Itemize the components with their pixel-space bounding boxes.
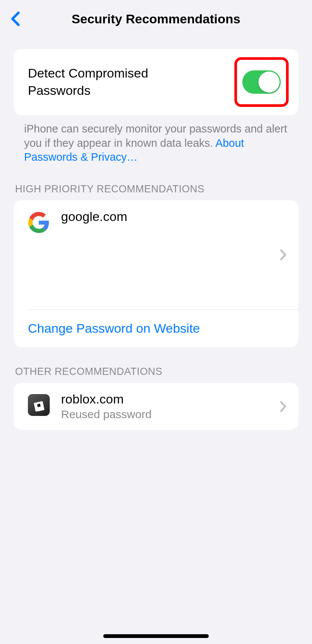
detect-compromised-row[interactable]: Detect Compromised Passwords (14, 49, 298, 115)
recommendation-roblox[interactable]: roblox.com Reused password (14, 383, 298, 430)
high-priority-header: HIGH PRIORITY RECOMMENDATIONS (14, 164, 298, 200)
other-card: roblox.com Reused password (14, 383, 298, 430)
google-icon (28, 212, 50, 233)
other-header: OTHER RECOMMENDATIONS (14, 347, 298, 383)
site-name: roblox.com (61, 392, 290, 406)
recommendation-google[interactable]: google.com (14, 200, 298, 309)
detect-compromised-footer: iPhone can securely monitor your passwor… (14, 115, 298, 164)
footer-description: iPhone can securely monitor your passwor… (24, 123, 287, 149)
chevron-right-icon (279, 248, 288, 262)
detect-compromised-label: Detect Compromised Passwords (28, 65, 186, 99)
chevron-right-icon (279, 399, 288, 414)
change-password-button[interactable]: Change Password on Website (14, 310, 298, 347)
issue-description: Reused password (61, 408, 290, 421)
home-indicator[interactable] (103, 634, 209, 638)
highlight-annotation (234, 57, 289, 107)
site-name: google.com (61, 209, 290, 224)
svg-rect-1 (37, 403, 40, 407)
detect-compromised-toggle[interactable] (242, 70, 281, 94)
detect-compromised-card: Detect Compromised Passwords (14, 49, 298, 115)
page-title: Security Recommendations (8, 12, 304, 26)
high-priority-card: google.com Change Password on Website (14, 200, 298, 347)
roblox-icon (28, 394, 50, 416)
nav-header: Security Recommendations (0, 0, 312, 34)
toggle-knob (258, 72, 280, 93)
